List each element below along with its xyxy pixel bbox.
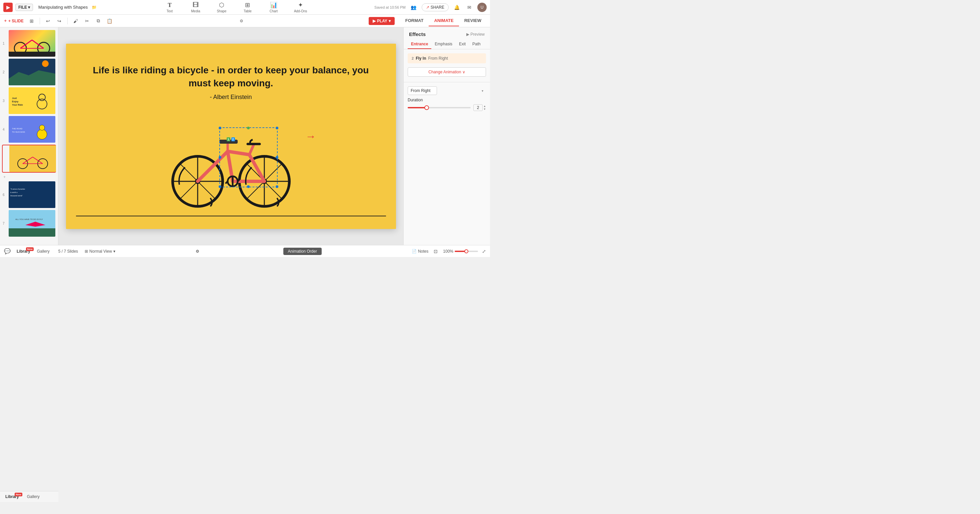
duration-slider-track[interactable] [408, 107, 471, 108]
bike-container: 1 2 [161, 118, 301, 212]
zoom-value: 100% [443, 249, 453, 254]
people-icon[interactable]: 👥 [409, 3, 418, 12]
slide-num-2: 2 [3, 70, 5, 74]
effects-header: Effects ▶ Preview [404, 27, 490, 40]
play-button[interactable]: ▶ PLAY ▾ [369, 17, 395, 25]
zoom-slider[interactable] [455, 251, 478, 252]
file-chevron-icon: ▾ [28, 5, 30, 10]
slide-thumbnail-5-wrapper[interactable] [2, 145, 56, 173]
zoom-thumb[interactable] [465, 249, 468, 253]
slide-add-icon[interactable]: + [2, 175, 56, 179]
svg-text:Enjoy: Enjoy [12, 100, 18, 103]
bottom-right: 📄 Notes ⊡ 100% ⤢ [412, 247, 486, 256]
tab-animate[interactable]: ANIMATE [429, 15, 459, 26]
change-animation-button[interactable]: Change Animation ∨ [408, 67, 486, 77]
chat-icon-top[interactable]: ✉ [465, 3, 474, 12]
arrow-indicator: → [305, 130, 316, 142]
tab-entrance[interactable]: Entrance [408, 40, 431, 49]
settings-bottom-icon[interactable]: ⚙ [196, 249, 199, 254]
toolbar-center: 𝐓 Text 🎞 Media ⬡ Shape ⊞ Table 📊 Chart ✦… [99, 0, 372, 14]
file-button[interactable]: FILE ▾ [15, 4, 33, 11]
share-button[interactable]: ↗ SHARE [422, 3, 449, 11]
duration-label: Duration [408, 98, 486, 102]
file-label: FILE [18, 5, 27, 10]
view-label: Normal View [89, 249, 112, 254]
duration-slider-thumb[interactable] [424, 105, 429, 110]
animation-item[interactable]: 2 Fly In From Right [408, 53, 486, 63]
redo-button[interactable]: ↪ [55, 16, 64, 25]
svg-line-47 [228, 151, 249, 155]
shape-label: Shape [217, 10, 226, 13]
add-slide-button[interactable]: ＋ + SLIDE [3, 18, 24, 24]
format-painter-icon[interactable]: 🖌 [71, 16, 80, 25]
preview-button[interactable]: ▶ Preview [466, 32, 485, 37]
slide-thumbnail-7[interactable]: ALL YOU HAVE TO DO IS FLY [9, 210, 55, 237]
anim-num: 2 [412, 56, 414, 60]
toolbar-shape[interactable]: ⬡ Shape [213, 0, 230, 14]
table-icon: ⊞ [245, 2, 250, 9]
tab-path[interactable]: Path [469, 40, 484, 49]
media-label: Media [191, 10, 200, 13]
tab-exit[interactable]: Exit [456, 40, 469, 49]
duration-down[interactable]: ▼ [483, 108, 486, 111]
slide-thumbnail-5[interactable] [10, 145, 56, 172]
slide-thumbnail-3[interactable]: Just Enjoy Your Ride [9, 88, 55, 114]
undo-button[interactable]: ↩ [43, 16, 52, 25]
fullscreen-button[interactable]: ⤢ [482, 249, 486, 254]
svg-point-16 [37, 129, 47, 139]
anim-type: Fly In [416, 56, 426, 60]
slide-thumbnail-1[interactable] [9, 30, 55, 57]
svg-text:"A sense of practice: "A sense of practice [10, 188, 25, 190]
tab-emphasis[interactable]: Emphasis [431, 40, 456, 49]
scissors-icon[interactable]: ✂ [82, 16, 92, 25]
view-chevron-icon: ▾ [113, 249, 115, 254]
svg-line-58 [238, 180, 239, 181]
copy-icon[interactable]: ⧉ [94, 16, 103, 25]
toolbar-text[interactable]: 𝐓 Text [161, 0, 178, 14]
text-icon: 𝐓 [168, 2, 172, 9]
notes-button[interactable]: 📄 Notes [412, 249, 428, 254]
slide-thumbnail-2[interactable] [9, 59, 55, 85]
settings-icon[interactable]: ⚙ [237, 16, 246, 25]
user-avatar[interactable]: U [477, 3, 487, 12]
app-icon: ▶ [3, 3, 13, 12]
slide-thumbnail-4[interactable]: THE ROAD TO SUCCESS [9, 116, 55, 143]
toolbar-table[interactable]: ⊞ Table [239, 0, 256, 14]
second-bar: ＋ + SLIDE ⊞ ↩ ↪ 🖌 ✂ ⧉ 📋 ⚙ ▶ PLAY ▾ FORMA… [0, 15, 490, 27]
document-icon: 📁 [92, 5, 97, 10]
current-slide: 5 [58, 249, 60, 254]
notifications-icon[interactable]: 🔔 [452, 3, 461, 12]
svg-point-17 [39, 125, 45, 130]
gallery-bottom-tab[interactable]: Gallery [34, 248, 52, 255]
chart-icon: 📊 [270, 2, 277, 9]
fit-screen-icon[interactable]: ⊡ [431, 247, 440, 256]
toolbar-addons[interactable]: ✦ Add-Ons [291, 0, 310, 14]
quote-text: Life is like riding a bicycle - in order… [86, 64, 376, 90]
library-bottom-tab[interactable]: Library New [14, 248, 33, 255]
divider2 [67, 18, 68, 24]
svg-text:ALL YOU HAVE TO DO IS FLY: ALL YOU HAVE TO DO IS FLY [15, 218, 43, 220]
direction-select[interactable]: From Right From Left From Top From Botto… [408, 86, 437, 95]
slide-num-1: 1 [3, 42, 5, 45]
paste-icon[interactable]: 📋 [105, 16, 115, 25]
svg-rect-31 [9, 228, 55, 237]
toolbar-media[interactable]: 🎞 Media [187, 0, 204, 14]
duration-up[interactable]: ▲ [483, 105, 486, 108]
table-label: Table [243, 10, 252, 13]
animation-order-button[interactable]: Animation Order [283, 248, 322, 255]
duration-number: 2 [473, 104, 483, 111]
chat-icon-bottom[interactable]: 💬 [4, 248, 11, 254]
slide-thumbnail-6[interactable]: "A sense of practice is worth a thousand… [9, 181, 55, 208]
grid-view-icon[interactable]: ⊞ [27, 16, 37, 25]
right-tab-group: FORMAT ANIMATE REVIEW [400, 15, 487, 26]
total-slides: / 7 Slides [62, 249, 78, 254]
tab-format[interactable]: FORMAT [400, 15, 429, 26]
media-icon: 🎞 [192, 2, 199, 9]
svg-text:thousand words": thousand words" [10, 195, 23, 197]
duration-slider-fill [408, 107, 427, 108]
toolbar-chart[interactable]: 📊 Chart [265, 0, 282, 14]
play-label: PLAY [377, 19, 387, 23]
tab-review[interactable]: REVIEW [459, 15, 487, 26]
view-button[interactable]: ⊞ Normal View ▾ [85, 249, 115, 254]
divider [40, 18, 40, 24]
